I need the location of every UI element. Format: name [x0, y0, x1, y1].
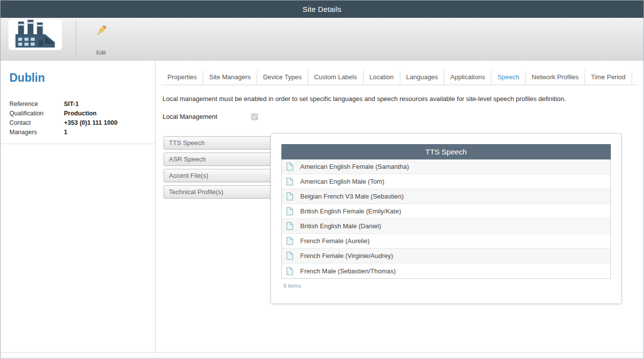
tts-voice-row[interactable]: Belgian French V3 Male (Sebastien) — [282, 189, 610, 204]
field-label: Managers — [9, 128, 64, 137]
tab-bar: Properties Site Managers Device Types Cu… — [161, 70, 638, 85]
document-icon — [286, 207, 293, 215]
tts-voice-label: Belgian French V3 Male (Sebastien) — [300, 193, 404, 200]
tab-location[interactable]: Location — [364, 70, 400, 85]
tab-network-profiles[interactable]: Network Profiles — [526, 70, 585, 85]
pencil-icon — [94, 24, 108, 40]
document-icon — [286, 222, 293, 230]
field-value: 1 — [64, 128, 67, 137]
field-label: Reference — [9, 100, 64, 109]
tts-voice-label: American English Female (Samantha) — [300, 163, 409, 170]
field-value: +353 (0)1 111 1000 — [64, 118, 117, 128]
document-icon — [286, 177, 293, 186]
tab-speech[interactable]: Speech — [491, 70, 526, 85]
accordion-tts-speech[interactable]: TTS Speech — [163, 136, 273, 150]
field-contact: Contact +353 (0)1 111 1000 — [9, 118, 155, 128]
tts-voice-label: French Female (Virginie/Audrey) — [300, 252, 393, 259]
tts-speech-panel-title: TTS Speech — [281, 144, 611, 159]
tab-device-types[interactable]: Device Types — [257, 70, 308, 85]
field-reference: Reference SIT-1 — [9, 100, 155, 109]
tab-site-managers[interactable]: Site Managers — [203, 70, 257, 85]
window-title: Site Details — [0, 0, 644, 18]
tts-voice-row[interactable]: French Male (Sebastien/Thomas) — [282, 263, 610, 278]
tts-speech-card: TTS Speech American English Female (Sama… — [270, 133, 622, 304]
field-label: Qualification — [9, 109, 64, 118]
content-body: Dublin Reference SIT-1 Qualification Pro… — [0, 60, 644, 353]
tab-applications[interactable]: Applications — [444, 70, 491, 85]
document-icon — [286, 252, 293, 260]
field-value: SIT-1 — [64, 100, 79, 109]
local-management-notice: Local management must be enabled in orde… — [161, 95, 638, 103]
tts-voice-label: French Female (Aurelie) — [300, 237, 370, 245]
tts-voice-row[interactable]: American English Female (Samantha) — [282, 159, 610, 174]
tab-time-period[interactable]: Time Period — [585, 70, 632, 85]
tts-voice-row[interactable]: British English Female (Emily/Kate) — [282, 204, 610, 219]
sidebar-divider — [0, 144, 156, 144]
main-panel: Properties Site Managers Device Types Cu… — [156, 60, 644, 352]
tts-voice-list: American English Female (Samantha) Ameri… — [281, 159, 611, 279]
tab-custom-labels[interactable]: Custom Labels — [308, 70, 364, 85]
site-image — [8, 19, 62, 50]
tts-voice-label: British English Male (Daniel) — [300, 222, 381, 230]
edit-button[interactable]: Edit — [88, 22, 114, 56]
local-management-label: Local Management — [162, 113, 251, 120]
tts-voice-label: American English Male (Tom) — [300, 178, 384, 185]
accordion-technical-profiles[interactable]: Technical Profile(s) — [163, 185, 273, 199]
local-management-checkbox[interactable] — [251, 113, 258, 120]
document-icon — [286, 192, 293, 201]
tts-voice-label: British English Female (Emily/Kate) — [300, 207, 401, 215]
speech-zone: TTS Speech ASR Speech Accent File(s) Tec… — [161, 133, 638, 321]
document-icon — [286, 237, 293, 245]
tts-voice-row[interactable]: French Female (Virginie/Audrey) — [282, 249, 610, 263]
document-icon — [286, 267, 293, 275]
tts-voice-label: French Male (Sebastien/Thomas) — [300, 267, 396, 275]
field-value: Production — [64, 109, 97, 118]
edit-button-label: Edit — [97, 50, 106, 55]
accordion-accent-files[interactable]: Accent File(s) — [163, 169, 273, 182]
site-name: Dublin — [9, 71, 155, 85]
speech-accordion: TTS Speech ASR Speech Accent File(s) Tec… — [163, 136, 273, 199]
tts-voice-row[interactable]: British English Male (Daniel) — [282, 219, 610, 234]
tts-voice-row[interactable]: French Female (Aurelie) — [282, 234, 610, 249]
tab-properties[interactable]: Properties — [161, 70, 203, 85]
accordion-asr-speech[interactable]: ASR Speech — [163, 153, 273, 166]
document-icon — [286, 162, 293, 171]
site-details-window: Site Details — [0, 0, 644, 359]
local-management-row: Local Management — [161, 113, 638, 120]
field-qualification: Qualification Production — [9, 109, 155, 118]
item-count: 8 items — [281, 283, 611, 289]
field-label: Contact — [9, 118, 64, 128]
tts-voice-row[interactable]: American English Male (Tom) — [282, 174, 610, 189]
toolbar: Edit — [0, 18, 644, 60]
sidebar: Dublin Reference SIT-1 Qualification Pro… — [0, 60, 156, 352]
factory-icon — [12, 20, 58, 50]
tab-languages[interactable]: Languages — [400, 70, 444, 85]
toolbar-divider — [76, 20, 76, 57]
field-managers: Managers 1 — [9, 128, 155, 137]
